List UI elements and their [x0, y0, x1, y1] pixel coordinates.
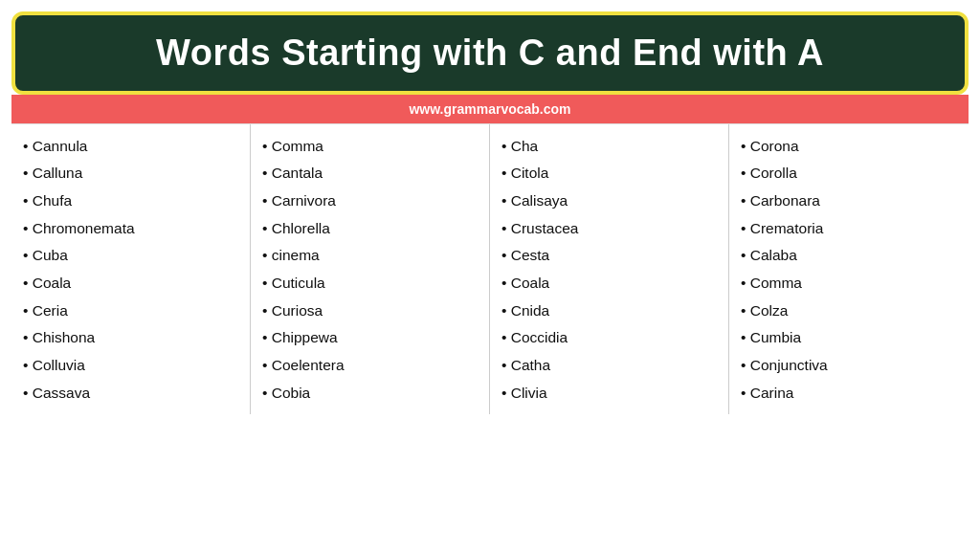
list-item: Cobia	[262, 379, 478, 407]
word-column-4: CoronaCorollaCarbonaraCrematoriaCalabaCo…	[729, 124, 969, 414]
list-item: Calluna	[23, 160, 238, 187]
website-bar: www.grammarvocab.com	[11, 95, 969, 123]
list-item: Cassava	[23, 379, 238, 407]
list-item: Corolla	[741, 160, 957, 187]
list-item: Cannula	[23, 132, 238, 160]
list-item: Crustacea	[501, 214, 717, 242]
website-url: www.grammarvocab.com	[409, 101, 570, 117]
list-item: Cumbia	[741, 324, 957, 352]
list-item: Conjunctiva	[741, 352, 957, 380]
list-item: Cesta	[501, 242, 717, 270]
list-item: Comma	[741, 269, 957, 297]
list-item: Carnivora	[262, 187, 478, 214]
list-item: Citola	[501, 160, 717, 187]
word-column-1: CannulaCallunaChufaChromonemataCubaCoala…	[11, 124, 251, 414]
word-grid: CannulaCallunaChufaChromonemataCubaCoala…	[11, 123, 969, 414]
list-item: Cnida	[501, 297, 717, 324]
list-item: Coccidia	[501, 324, 717, 352]
list-item: Crematoria	[741, 214, 957, 242]
list-item: Ceria	[23, 297, 238, 324]
list-item: Cuba	[23, 242, 238, 270]
list-item: Coelentera	[262, 352, 478, 380]
list-item: Carina	[741, 379, 957, 407]
list-item: Clivia	[501, 379, 717, 407]
page-title: Words Starting with C and End with A	[38, 33, 942, 74]
list-item: Calisaya	[501, 187, 717, 214]
list-item: Calaba	[741, 242, 957, 270]
list-item: Chufa	[23, 187, 238, 214]
list-item: Chromonemata	[23, 214, 238, 242]
list-item: Coala	[501, 269, 717, 297]
list-item: Chlorella	[262, 214, 478, 242]
list-item: Curiosa	[262, 297, 478, 324]
list-item: Colza	[741, 297, 957, 324]
list-item: Colluvia	[23, 352, 238, 380]
list-item: cinema	[262, 242, 478, 270]
list-item: Cuticula	[262, 269, 478, 297]
list-item: Cha	[501, 132, 717, 160]
list-item: Comma	[262, 132, 478, 160]
page-header: Words Starting with C and End with A	[11, 11, 969, 95]
list-item: Chippewa	[262, 324, 478, 352]
list-item: Carbonara	[741, 187, 957, 214]
list-item: Cantala	[262, 160, 478, 187]
word-column-3: ChaCitolaCalisayaCrustaceaCestaCoalaCnid…	[490, 124, 729, 414]
list-item: Coala	[23, 269, 238, 297]
list-item: Chishona	[23, 324, 238, 352]
word-column-2: CommaCantalaCarnivoraChlorellacinemaCuti…	[251, 124, 490, 414]
list-item: Catha	[501, 352, 717, 380]
list-item: Corona	[741, 132, 957, 160]
